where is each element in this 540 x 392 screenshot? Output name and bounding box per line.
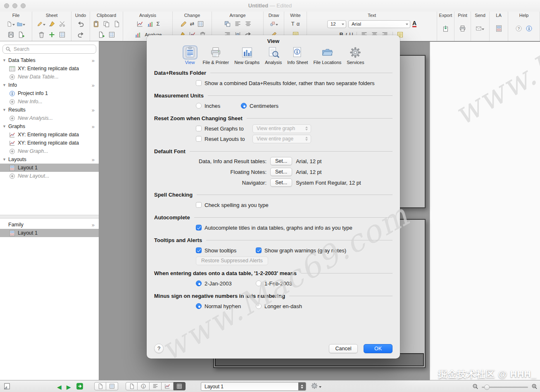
transpose-icon[interactable]: ⇄: [190, 21, 195, 27]
family-section-header[interactable]: Family »: [0, 221, 99, 229]
tab-services[interactable]: Services: [347, 45, 364, 65]
zoom-slider[interactable]: [482, 387, 528, 388]
normal-hyphen-radio[interactable]: [196, 303, 202, 309]
open-file-button[interactable]: [17, 20, 25, 28]
next-sheet-button[interactable]: ▶: [67, 383, 71, 391]
greek-letter-icon[interactable]: α: [297, 21, 300, 27]
disclosure-triangle-icon[interactable]: ▼: [2, 108, 8, 112]
edit-sheet-button[interactable]: [37, 20, 45, 28]
autocomplete-checkbox[interactable]: [196, 225, 202, 230]
disclosure-triangle-icon[interactable]: ▼: [2, 58, 8, 62]
analysis-column-chart-button[interactable]: [146, 20, 154, 28]
search-field[interactable]: [2, 45, 96, 54]
disclosure-triangle-icon[interactable]: ▼: [2, 157, 8, 162]
sheet-view-button[interactable]: [126, 382, 138, 390]
new-sheet-button[interactable]: [48, 31, 56, 38]
redo-button[interactable]: [76, 31, 85, 38]
info-view-button[interactable]: 1: [138, 382, 150, 390]
sidebar-item-data-table[interactable]: XY: Entering replicate data: [0, 64, 99, 73]
chevrons-icon[interactable]: »: [92, 222, 95, 228]
reset-layouts-checkbox[interactable]: [196, 136, 202, 142]
pane-divider[interactable]: [0, 215, 99, 219]
zoom-in-button[interactable]: [531, 383, 538, 391]
sidebar-section-info[interactable]: ▼ Info »: [0, 81, 99, 89]
bring-to-front-button[interactable]: [223, 20, 231, 28]
sidebar-section-data-tables[interactable]: ▼ Data Tables »: [0, 56, 99, 64]
reset-graphs-checkbox[interactable]: [196, 126, 202, 131]
chevrons-icon[interactable]: »: [92, 124, 95, 130]
cut-sheet-button[interactable]: [58, 20, 66, 28]
sheet-options-button[interactable]: [311, 382, 321, 391]
sidebar-item-project-info[interactable]: Project info 1: [0, 89, 99, 97]
export-button[interactable]: [442, 25, 450, 32]
tab-view[interactable]: View: [183, 45, 197, 65]
set-notes-font-button[interactable]: Set...: [270, 168, 292, 176]
search-input[interactable]: [2, 45, 96, 54]
analysis-line-chart-button[interactable]: [136, 20, 144, 28]
disclosure-triangle-icon[interactable]: ▼: [2, 83, 8, 87]
align-center-button[interactable]: [244, 20, 252, 28]
sidebar-item-new-data-table[interactable]: New Data Table...: [0, 73, 99, 81]
disclosure-triangle-icon[interactable]: ▼: [2, 124, 8, 128]
paste-table-button[interactable]: [107, 31, 116, 38]
sidebar-item-new-layout[interactable]: New Layout...: [0, 172, 99, 180]
send-button[interactable]: [476, 25, 484, 32]
centimeters-radio[interactable]: [241, 103, 247, 109]
sheet-selector-dropdown[interactable]: Layout 1: [201, 382, 306, 391]
tab-file-locations[interactable]: File Locations: [313, 45, 341, 65]
spell-check-checkbox[interactable]: [196, 202, 202, 208]
show-graph-warnings-checkbox[interactable]: [256, 247, 262, 253]
cancel-button[interactable]: Cancel: [329, 344, 358, 353]
draw-shapes-button[interactable]: [270, 20, 278, 28]
sidebar-item-new-graph[interactable]: New Graph...: [0, 147, 99, 155]
chevrons-icon[interactable]: »: [92, 157, 95, 163]
paste-link-button[interactable]: [97, 31, 105, 38]
chevrons-icon[interactable]: »: [92, 107, 95, 113]
change-type-button[interactable]: [180, 20, 188, 28]
delete-sheet-button[interactable]: [37, 31, 45, 38]
format-sheet-button[interactable]: [48, 20, 56, 28]
paste-button[interactable]: [92, 20, 100, 28]
tab-file-printer[interactable]: File & Printer: [203, 45, 229, 65]
date-jan-radio[interactable]: [196, 280, 202, 286]
zoom-out-button[interactable]: [472, 383, 478, 391]
font-color-button[interactable]: A: [412, 21, 416, 27]
previous-sheet-button[interactable]: ◀: [57, 383, 62, 391]
font-family-select[interactable]: Arial: [348, 20, 410, 28]
sidebar-item-graph[interactable]: XY: Entering replicate data: [0, 131, 99, 139]
chevrons-icon[interactable]: »: [92, 57, 95, 64]
graph-view-button[interactable]: [162, 382, 174, 390]
duplicate-file-button[interactable]: [17, 31, 25, 38]
family-item-layout-selected[interactable]: Layout 1: [0, 229, 99, 237]
layout-tools-button[interactable]: [495, 25, 503, 32]
set-navigator-font-button[interactable]: Set...: [270, 178, 292, 187]
en-dash-radio[interactable]: [256, 303, 262, 309]
list-view-button[interactable]: [150, 382, 162, 390]
ok-button[interactable]: OK: [364, 344, 393, 353]
set-tables-font-button[interactable]: Set...: [270, 157, 292, 165]
date-feb-radio[interactable]: [256, 280, 262, 286]
undo-button[interactable]: [76, 20, 85, 28]
tab-new-graphs[interactable]: New Graphs: [234, 45, 259, 65]
save-button[interactable]: [7, 31, 15, 38]
sidebar-item-layout-selected[interactable]: Layout 1: [0, 164, 99, 172]
single-page-view-button[interactable]: [94, 382, 106, 390]
text-tool-icon[interactable]: T: [291, 21, 295, 27]
combined-folder-checkbox[interactable]: [196, 80, 202, 86]
sheet-grid-button[interactable]: [58, 31, 66, 38]
multi-page-view-button[interactable]: [106, 382, 118, 390]
help-button[interactable]: ?: [515, 25, 523, 32]
page-flip-icon[interactable]: [3, 382, 11, 390]
layout-view-button-active[interactable]: [174, 382, 186, 390]
paste-special-button[interactable]: [113, 20, 121, 28]
copy-button[interactable]: [102, 20, 111, 28]
dialog-help-button[interactable]: ?: [154, 344, 164, 353]
statistics-icon[interactable]: Σ: [156, 21, 159, 27]
print-button[interactable]: [459, 25, 467, 32]
go-to-linked-sheet-button[interactable]: [76, 382, 83, 392]
chevrons-icon[interactable]: »: [92, 82, 95, 88]
sidebar-section-results[interactable]: ▼ Results »: [0, 106, 99, 114]
inches-radio[interactable]: [196, 103, 202, 109]
guides-button[interactable]: [525, 25, 533, 32]
align-left-button[interactable]: [233, 20, 242, 28]
